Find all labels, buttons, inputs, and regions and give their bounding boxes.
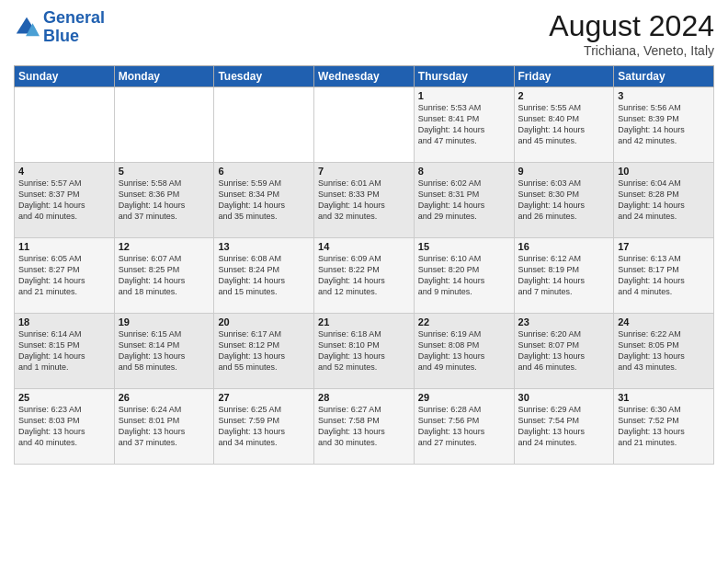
day-number: 2 <box>518 90 610 101</box>
calendar-cell: 8Sunrise: 6:02 AM Sunset: 8:31 PM Daylig… <box>414 163 514 238</box>
day-info: Sunrise: 6:23 AM Sunset: 8:03 PM Dayligh… <box>18 404 110 449</box>
calendar-cell: 4Sunrise: 5:57 AM Sunset: 8:37 PM Daylig… <box>15 163 115 238</box>
calendar-table: SundayMondayTuesdayWednesdayThursdayFrid… <box>14 65 714 465</box>
day-number: 12 <box>119 241 210 252</box>
calendar-cell: 5Sunrise: 5:58 AM Sunset: 8:36 PM Daylig… <box>114 163 214 238</box>
day-info: Sunrise: 6:27 AM Sunset: 7:58 PM Dayligh… <box>318 404 410 449</box>
calendar-cell: 1Sunrise: 5:53 AM Sunset: 8:41 PM Daylig… <box>414 87 514 163</box>
calendar-cell: 10Sunrise: 6:04 AM Sunset: 8:28 PM Dayli… <box>614 163 714 238</box>
day-info: Sunrise: 6:05 AM Sunset: 8:27 PM Dayligh… <box>18 253 110 298</box>
month-title: August 2024 <box>549 9 714 43</box>
day-number: 3 <box>618 90 710 101</box>
day-number: 6 <box>218 166 310 177</box>
day-number: 29 <box>418 392 510 403</box>
day-number: 15 <box>418 241 510 252</box>
day-number: 21 <box>318 316 410 327</box>
calendar-cell: 19Sunrise: 6:15 AM Sunset: 8:14 PM Dayli… <box>114 314 214 389</box>
day-number: 24 <box>618 316 710 327</box>
day-info: Sunrise: 6:19 AM Sunset: 8:08 PM Dayligh… <box>418 328 510 373</box>
day-info: Sunrise: 6:24 AM Sunset: 8:01 PM Dayligh… <box>119 404 210 449</box>
calendar-week-1: 1Sunrise: 5:53 AM Sunset: 8:41 PM Daylig… <box>15 87 714 163</box>
day-info: Sunrise: 5:57 AM Sunset: 8:37 PM Dayligh… <box>18 178 110 223</box>
calendar-cell: 3Sunrise: 5:56 AM Sunset: 8:39 PM Daylig… <box>614 87 714 163</box>
calendar-cell: 22Sunrise: 6:19 AM Sunset: 8:08 PM Dayli… <box>414 314 514 389</box>
day-number: 14 <box>318 241 410 252</box>
day-number: 17 <box>618 241 710 252</box>
calendar-cell: 12Sunrise: 6:07 AM Sunset: 8:25 PM Dayli… <box>114 238 214 314</box>
day-info: Sunrise: 6:14 AM Sunset: 8:15 PM Dayligh… <box>18 328 110 373</box>
calendar-cell: 6Sunrise: 5:59 AM Sunset: 8:34 PM Daylig… <box>214 163 314 238</box>
day-info: Sunrise: 6:25 AM Sunset: 7:59 PM Dayligh… <box>218 404 310 449</box>
day-number: 28 <box>318 392 410 403</box>
day-info: Sunrise: 6:01 AM Sunset: 8:33 PM Dayligh… <box>318 178 410 223</box>
day-info: Sunrise: 5:59 AM Sunset: 8:34 PM Dayligh… <box>218 178 310 223</box>
page: General Blue August 2024 Trichiana, Vene… <box>0 0 728 563</box>
calendar-cell: 9Sunrise: 6:03 AM Sunset: 8:30 PM Daylig… <box>514 163 614 238</box>
day-number: 19 <box>119 316 210 327</box>
location: Trichiana, Veneto, Italy <box>549 43 714 58</box>
header: General Blue August 2024 Trichiana, Vene… <box>14 9 714 58</box>
day-info: Sunrise: 6:02 AM Sunset: 8:31 PM Dayligh… <box>418 178 510 223</box>
logo-icon <box>14 15 40 40</box>
calendar-cell: 26Sunrise: 6:24 AM Sunset: 8:01 PM Dayli… <box>114 389 214 465</box>
day-number: 16 <box>518 241 610 252</box>
calendar-cell: 14Sunrise: 6:09 AM Sunset: 8:22 PM Dayli… <box>314 238 415 314</box>
calendar-cell <box>314 87 415 163</box>
day-number: 4 <box>18 166 110 177</box>
calendar-cell: 29Sunrise: 6:28 AM Sunset: 7:56 PM Dayli… <box>414 389 514 465</box>
day-header-saturday: Saturday <box>614 66 714 87</box>
calendar-cell: 18Sunrise: 6:14 AM Sunset: 8:15 PM Dayli… <box>15 314 115 389</box>
day-number: 23 <box>518 316 610 327</box>
day-info: Sunrise: 6:29 AM Sunset: 7:54 PM Dayligh… <box>518 404 610 449</box>
calendar-cell: 16Sunrise: 6:12 AM Sunset: 8:19 PM Dayli… <box>514 238 614 314</box>
day-info: Sunrise: 6:12 AM Sunset: 8:19 PM Dayligh… <box>518 253 610 298</box>
calendar-cell <box>114 87 214 163</box>
day-number: 18 <box>18 316 110 327</box>
day-info: Sunrise: 5:58 AM Sunset: 8:36 PM Dayligh… <box>119 178 210 223</box>
calendar-cell: 25Sunrise: 6:23 AM Sunset: 8:03 PM Dayli… <box>15 389 115 465</box>
calendar-cell: 15Sunrise: 6:10 AM Sunset: 8:20 PM Dayli… <box>414 238 514 314</box>
day-info: Sunrise: 6:13 AM Sunset: 8:17 PM Dayligh… <box>618 253 710 298</box>
day-info: Sunrise: 5:56 AM Sunset: 8:39 PM Dayligh… <box>618 102 710 147</box>
calendar-cell <box>214 87 314 163</box>
day-info: Sunrise: 6:22 AM Sunset: 8:05 PM Dayligh… <box>618 328 710 373</box>
day-number: 31 <box>618 392 710 403</box>
day-number: 13 <box>218 241 310 252</box>
calendar-cell: 11Sunrise: 6:05 AM Sunset: 8:27 PM Dayli… <box>15 238 115 314</box>
day-number: 9 <box>518 166 610 177</box>
day-header-sunday: Sunday <box>15 66 115 87</box>
day-number: 26 <box>119 392 210 403</box>
day-info: Sunrise: 6:08 AM Sunset: 8:24 PM Dayligh… <box>218 253 310 298</box>
day-number: 20 <box>218 316 310 327</box>
day-number: 25 <box>18 392 110 403</box>
calendar-cell: 23Sunrise: 6:20 AM Sunset: 8:07 PM Dayli… <box>514 314 614 389</box>
day-info: Sunrise: 6:10 AM Sunset: 8:20 PM Dayligh… <box>418 253 510 298</box>
day-info: Sunrise: 5:53 AM Sunset: 8:41 PM Dayligh… <box>418 102 510 147</box>
calendar-week-2: 4Sunrise: 5:57 AM Sunset: 8:37 PM Daylig… <box>15 163 714 238</box>
calendar-cell: 2Sunrise: 5:55 AM Sunset: 8:40 PM Daylig… <box>514 87 614 163</box>
day-number: 30 <box>518 392 610 403</box>
day-header-friday: Friday <box>514 66 614 87</box>
day-info: Sunrise: 6:20 AM Sunset: 8:07 PM Dayligh… <box>518 328 610 373</box>
day-info: Sunrise: 6:04 AM Sunset: 8:28 PM Dayligh… <box>618 178 710 223</box>
day-header-thursday: Thursday <box>414 66 514 87</box>
calendar-week-4: 18Sunrise: 6:14 AM Sunset: 8:15 PM Dayli… <box>15 314 714 389</box>
day-info: Sunrise: 6:17 AM Sunset: 8:12 PM Dayligh… <box>218 328 310 373</box>
day-info: Sunrise: 6:18 AM Sunset: 8:10 PM Dayligh… <box>318 328 410 373</box>
logo: General Blue <box>14 9 105 46</box>
day-number: 10 <box>618 166 710 177</box>
calendar-cell: 24Sunrise: 6:22 AM Sunset: 8:05 PM Dayli… <box>614 314 714 389</box>
day-number: 7 <box>318 166 410 177</box>
day-number: 22 <box>418 316 510 327</box>
day-info: Sunrise: 6:15 AM Sunset: 8:14 PM Dayligh… <box>119 328 210 373</box>
day-info: Sunrise: 6:07 AM Sunset: 8:25 PM Dayligh… <box>119 253 210 298</box>
day-info: Sunrise: 6:28 AM Sunset: 7:56 PM Dayligh… <box>418 404 510 449</box>
day-header-wednesday: Wednesday <box>314 66 415 87</box>
calendar-cell: 27Sunrise: 6:25 AM Sunset: 7:59 PM Dayli… <box>214 389 314 465</box>
calendar-cell <box>15 87 115 163</box>
day-info: Sunrise: 5:55 AM Sunset: 8:40 PM Dayligh… <box>518 102 610 147</box>
calendar-header-row: SundayMondayTuesdayWednesdayThursdayFrid… <box>15 66 714 87</box>
day-number: 1 <box>418 90 510 101</box>
calendar-cell: 20Sunrise: 6:17 AM Sunset: 8:12 PM Dayli… <box>214 314 314 389</box>
day-header-monday: Monday <box>114 66 214 87</box>
